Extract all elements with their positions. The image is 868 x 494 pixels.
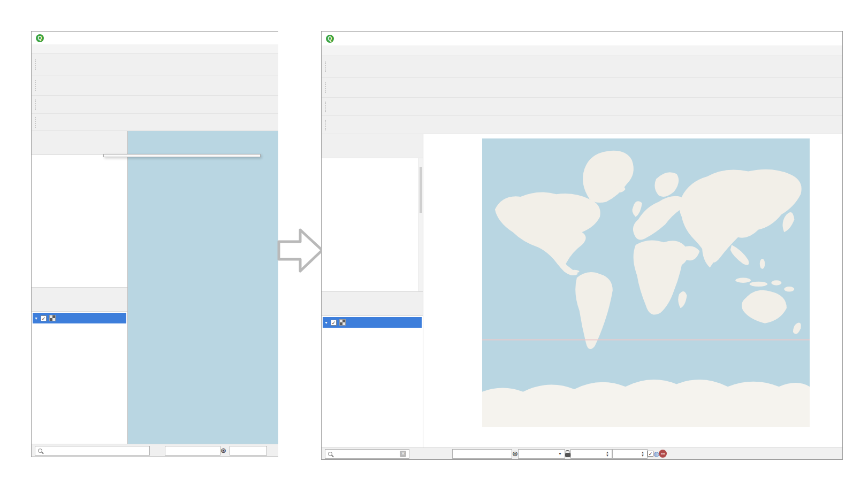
browser-toolbar <box>322 145 423 158</box>
browser-tree <box>322 158 423 292</box>
locator-search-input[interactable]: ✕ <box>325 449 409 459</box>
menubar <box>322 45 842 56</box>
dock-panels: ▼ <box>322 134 423 447</box>
extents-toggle-icon[interactable]: ⊛ <box>512 450 518 458</box>
dock-panels: ▼ <box>32 131 128 444</box>
world-map <box>482 138 810 427</box>
layers-panel: ▼ <box>32 288 127 444</box>
messages-icon[interactable]: ••• <box>659 450 667 458</box>
map-canvas[interactable] <box>423 134 842 447</box>
layer-visibility-checkbox[interactable] <box>41 315 47 321</box>
raster-layer-icon <box>339 319 346 326</box>
toolbar-mapviews-attributes <box>32 114 278 131</box>
layers-toolbar <box>32 298 127 311</box>
qgis-logo-icon: Q <box>326 35 334 43</box>
globe-icon: ◍ <box>653 450 659 458</box>
extents-toggle-icon[interactable]: ⊛ <box>220 446 226 454</box>
toolbar-snapping <box>322 98 842 116</box>
browser-toolbar <box>32 142 127 155</box>
scale-combobox[interactable]: ▼ <box>518 449 565 459</box>
rotation-spinbox[interactable]: ▲▼ <box>612 449 648 459</box>
titlebar: Q <box>322 32 842 45</box>
search-icon <box>38 449 42 453</box>
raster-layer-icon <box>49 315 56 321</box>
layer-row-openstreetmap[interactable]: ▼ <box>323 317 422 328</box>
layer-expander-icon[interactable]: ▼ <box>324 321 328 325</box>
map-canvas[interactable] <box>128 131 278 444</box>
browser-panel <box>322 134 423 292</box>
qgis-logo-icon: Q <box>36 34 44 42</box>
magnifier-spinbox[interactable]: ▲▼ <box>570 449 612 459</box>
transition-arrow <box>275 223 328 277</box>
qgis-window-after: Q <box>321 31 843 460</box>
browser-scrollbar[interactable] <box>418 158 423 291</box>
statusbar: ✕ ⊛ ▼ ▲▼ ▲▼ ◍ <box>322 447 842 459</box>
statusbar: ⊛ <box>32 444 278 457</box>
titlebar: Q <box>32 32 278 44</box>
layer-visibility-checkbox[interactable] <box>331 320 337 326</box>
toolbar-project-navigation <box>322 56 842 78</box>
toolbar-mapviews-attributes <box>322 116 842 134</box>
layers-panel: ▼ <box>322 292 423 447</box>
search-icon <box>328 452 332 456</box>
scale-box[interactable] <box>230 446 267 456</box>
menubar <box>32 44 278 54</box>
screenshot-stage: Q <box>0 0 868 494</box>
layer-context-menu <box>103 154 261 157</box>
coordinate-box[interactable] <box>165 446 220 456</box>
render-checkbox[interactable] <box>648 451 653 457</box>
layer-expander-icon[interactable]: ▼ <box>34 317 38 320</box>
layer-row-openstreetmap[interactable]: ▼ <box>33 313 126 323</box>
coordinate-box[interactable] <box>452 449 512 459</box>
toolbar-datasource-digitizing <box>322 78 842 98</box>
toolbar-snapping <box>32 96 278 114</box>
browser-tree <box>32 155 127 288</box>
toolbar-datasource-digitizing <box>32 75 278 96</box>
lock-scale-icon[interactable] <box>565 453 570 457</box>
clear-search-icon[interactable]: ✕ <box>400 451 406 457</box>
toolbar-project-navigation <box>32 54 278 75</box>
map-ocean <box>128 131 278 444</box>
layers-toolbar <box>322 303 423 315</box>
locator-search-input[interactable] <box>35 446 150 456</box>
qgis-window-before: Q <box>31 31 278 457</box>
